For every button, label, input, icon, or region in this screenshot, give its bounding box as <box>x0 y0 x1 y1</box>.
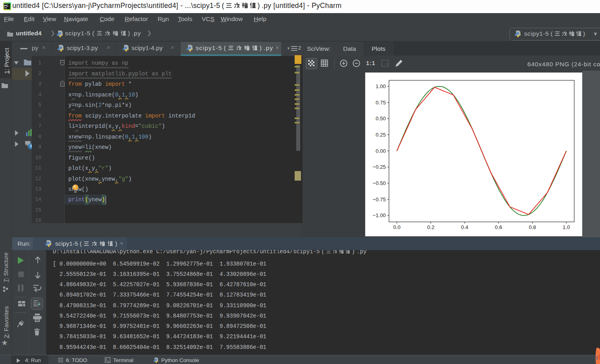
svg-text:−0.75: −0.75 <box>372 196 386 202</box>
svg-text:−0.50: −0.50 <box>372 180 386 186</box>
svg-text:0.2: 0.2 <box>427 224 434 230</box>
svg-text:0.8: 0.8 <box>529 224 536 230</box>
svg-text:−1.00: −1.00 <box>372 212 386 218</box>
svg-text:0.6: 0.6 <box>495 224 502 230</box>
svg-text:0.75: 0.75 <box>376 100 386 106</box>
svg-text:0.50: 0.50 <box>376 116 386 121</box>
svg-text:0.00: 0.00 <box>376 148 386 154</box>
svg-text:−0.25: −0.25 <box>372 164 386 170</box>
svg-text:0.0: 0.0 <box>393 224 400 230</box>
svg-text:0.4: 0.4 <box>461 224 468 230</box>
svg-text:1.0: 1.0 <box>563 224 570 230</box>
svg-text:0.25: 0.25 <box>376 132 386 138</box>
svg-text:1.00: 1.00 <box>376 83 386 89</box>
svg-text:PC: PC <box>4 4 9 8</box>
